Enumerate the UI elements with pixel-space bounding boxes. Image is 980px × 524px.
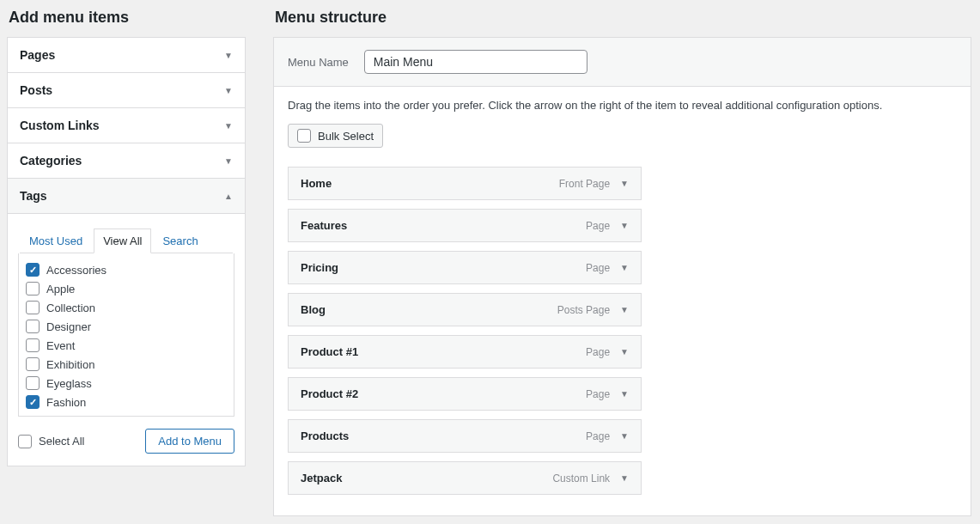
accordion-section-pages[interactable]: Pages ▼ — [8, 38, 245, 72]
checkbox-icon — [26, 376, 40, 390]
checkbox-icon — [26, 338, 40, 352]
tags-checklist[interactable]: ✓AccessoriesAppleCollectionDesignerEvent… — [18, 253, 234, 417]
menu-item-title: Features — [301, 219, 347, 232]
caret-down-icon[interactable]: ▼ — [620, 431, 629, 441]
menu-item-title: Products — [301, 430, 349, 442]
menu-item[interactable]: FeaturesPage▼ — [288, 209, 642, 242]
tag-checkbox-item[interactable]: Eyeglass — [24, 374, 228, 393]
menu-name-label: Menu Name — [288, 56, 349, 69]
menu-item-type: Page — [586, 388, 610, 400]
add-to-menu-button[interactable]: Add to Menu — [145, 429, 234, 454]
menu-item[interactable]: HomeFront Page▼ — [288, 167, 642, 200]
tag-label: Apple — [46, 283, 75, 296]
menu-item-type: Custom Link — [552, 472, 610, 484]
menu-item-type: Page — [586, 430, 610, 442]
menu-name-input[interactable] — [364, 50, 587, 74]
checkbox-icon — [18, 435, 32, 448]
menu-item-type: Front Page — [559, 178, 610, 190]
checkbox-icon — [297, 129, 311, 143]
bulk-select-label: Bulk Select — [318, 130, 374, 143]
menu-item-title: Home — [301, 177, 332, 190]
bulk-select-button[interactable]: Bulk Select — [288, 124, 383, 148]
tab-most-used[interactable]: Most Used — [20, 228, 92, 253]
accordion-section-categories[interactable]: Categories ▼ — [8, 143, 245, 178]
tag-checkbox-item[interactable]: Collection — [24, 298, 228, 317]
accordion-label: Custom Links — [20, 119, 100, 132]
tag-checkbox-item[interactable]: Exhibition — [24, 355, 228, 374]
caret-down-icon[interactable]: ▼ — [620, 347, 629, 356]
select-all-checkbox[interactable]: Select All — [18, 435, 84, 448]
menu-item-title: Product #1 — [301, 345, 358, 358]
caret-up-icon: ▲ — [224, 192, 233, 201]
caret-down-icon[interactable]: ▼ — [620, 389, 629, 399]
checkbox-checked-icon: ✓ — [26, 263, 40, 277]
checkbox-icon — [26, 282, 40, 296]
select-all-label: Select All — [39, 435, 84, 448]
instructions-text: Drag the items into the order you prefer… — [288, 99, 957, 112]
checkbox-icon — [26, 357, 40, 371]
menu-item-title: Blog — [301, 303, 326, 316]
caret-down-icon: ▼ — [224, 51, 233, 60]
tags-panel-body: Most Used View All Search ✓AccessoriesAp… — [8, 213, 245, 466]
caret-down-icon: ▼ — [224, 156, 233, 166]
tag-label: Eyeglass — [46, 377, 92, 390]
menu-item[interactable]: PricingPage▼ — [288, 251, 642, 284]
tag-label: Designer — [46, 320, 91, 333]
tag-checkbox-item[interactable]: ✓Fashion — [24, 393, 228, 411]
checkbox-checked-icon: ✓ — [26, 395, 40, 409]
caret-down-icon: ▼ — [224, 86, 233, 95]
menu-item-type: Page — [586, 346, 610, 358]
tag-checkbox-item[interactable]: Apple — [24, 279, 228, 298]
tag-label: Event — [46, 339, 75, 352]
menu-item-type: Page — [586, 220, 610, 232]
tag-label: Collection — [46, 302, 95, 314]
caret-down-icon[interactable]: ▼ — [620, 263, 629, 272]
tag-checkbox-item[interactable]: Designer — [24, 317, 228, 336]
add-menu-items-title: Add menu items — [7, 9, 246, 27]
menu-item[interactable]: JetpackCustom Link▼ — [288, 461, 642, 495]
menu-item[interactable]: BlogPosts Page▼ — [288, 293, 642, 326]
menu-item-type: Page — [586, 262, 610, 274]
tag-label: Accessories — [46, 264, 107, 277]
tag-label: Exhibition — [46, 358, 94, 371]
tag-label: Fashion — [46, 396, 86, 409]
caret-down-icon: ▼ — [224, 121, 233, 131]
menu-item[interactable]: Product #2Page▼ — [288, 377, 642, 411]
menu-items-list: HomeFront Page▼FeaturesPage▼PricingPage▼… — [288, 167, 642, 495]
accordion-section-tags[interactable]: Tags ▲ — [8, 179, 245, 213]
accordion: Pages ▼ Posts ▼ Custom Links ▼ Categorie… — [7, 37, 246, 466]
menu-structure-title: Menu structure — [273, 9, 971, 27]
menu-item-type: Posts Page — [557, 304, 610, 316]
accordion-section-custom-links[interactable]: Custom Links ▼ — [8, 108, 245, 143]
accordion-label: Tags — [20, 189, 47, 203]
tab-view-all[interactable]: View All — [94, 228, 151, 253]
caret-down-icon[interactable]: ▼ — [620, 221, 629, 230]
menu-item-title: Jetpack — [301, 472, 342, 484]
menu-item[interactable]: Product #1Page▼ — [288, 335, 642, 369]
checkbox-icon — [26, 301, 40, 314]
accordion-section-posts[interactable]: Posts ▼ — [8, 73, 245, 107]
caret-down-icon[interactable]: ▼ — [620, 179, 629, 188]
tab-search[interactable]: Search — [153, 228, 207, 253]
tag-checkbox-item[interactable]: Event — [24, 336, 228, 355]
menu-structure-panel: Menu Name Drag the items into the order … — [273, 37, 971, 516]
caret-down-icon[interactable]: ▼ — [620, 473, 629, 483]
tags-tabs: Most Used View All Search — [20, 228, 233, 253]
caret-down-icon[interactable]: ▼ — [620, 305, 629, 314]
menu-item-title: Pricing — [301, 261, 338, 274]
accordion-label: Categories — [20, 154, 82, 168]
accordion-label: Pages — [20, 48, 55, 62]
menu-item-title: Product #2 — [301, 387, 358, 400]
menu-item[interactable]: ProductsPage▼ — [288, 419, 642, 453]
accordion-label: Posts — [20, 83, 52, 97]
tag-checkbox-item[interactable]: ✓Accessories — [24, 260, 228, 279]
checkbox-icon — [26, 320, 40, 333]
